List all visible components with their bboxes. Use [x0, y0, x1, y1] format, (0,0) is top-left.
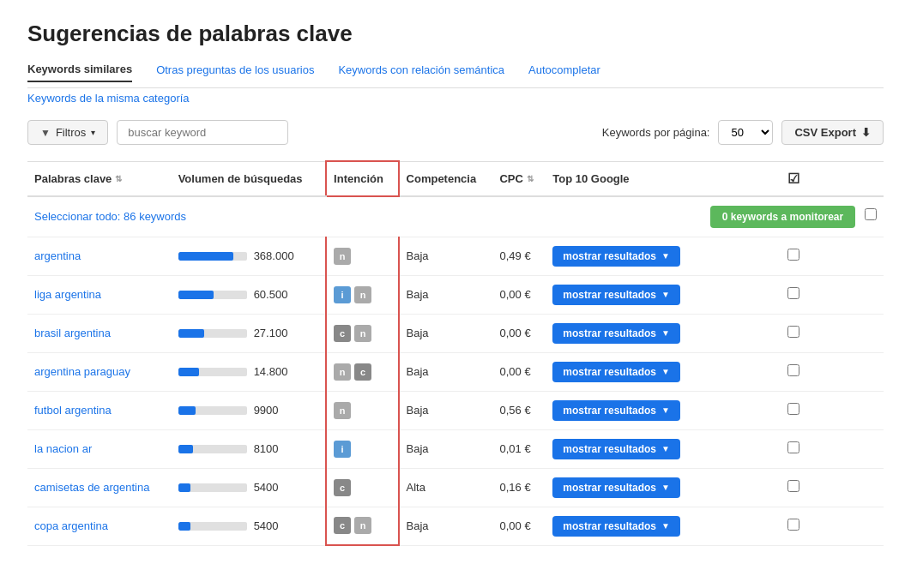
- tabs-row1: Keywords similares Otras preguntas de lo…: [27, 63, 884, 88]
- keyword-link[interactable]: futbol argentina: [34, 404, 112, 417]
- tab-semantica[interactable]: Keywords con relación semántica: [338, 63, 504, 81]
- row-checkbox[interactable]: [787, 519, 799, 531]
- chevron-down-icon: ▼: [661, 290, 670, 299]
- show-results-button[interactable]: mostrar resultados ▼: [552, 516, 680, 537]
- intention-cell: n: [326, 391, 398, 429]
- select-all-link[interactable]: Seleccionar todo: 86 keywords: [34, 210, 186, 223]
- row-checkbox[interactable]: [787, 287, 799, 299]
- top10-cell: mostrar resultados ▼: [546, 352, 703, 391]
- keyword-link[interactable]: argentina paraguay: [34, 365, 130, 378]
- keyword-link[interactable]: camisetas de argentina: [34, 481, 149, 494]
- show-results-button[interactable]: mostrar resultados ▼: [552, 285, 680, 305]
- intention-cell: nc: [326, 352, 398, 391]
- header-checkbox[interactable]: [865, 208, 877, 220]
- competition-cell: Baja: [399, 237, 493, 275]
- volume-number: 368.000: [254, 249, 294, 262]
- search-input[interactable]: [117, 120, 288, 145]
- tab-preguntas[interactable]: Otras preguntas de los usuarios: [156, 63, 314, 81]
- keyword-link[interactable]: liga argentina: [34, 288, 101, 301]
- volume-bar-fill: [178, 406, 196, 415]
- volume-bar-fill: [178, 368, 199, 376]
- cpc-cell: 0,00 €: [492, 507, 546, 545]
- monitor-button[interactable]: 0 keywords a monitorear: [710, 206, 855, 228]
- row-checkbox[interactable]: [787, 403, 799, 415]
- show-results-button[interactable]: mostrar resultados ▼: [552, 400, 680, 421]
- top10-cell: mostrar resultados ▼: [546, 468, 703, 507]
- badge-n: n: [334, 363, 351, 381]
- csv-label: CSV Export: [794, 126, 856, 139]
- top10-cell: mostrar resultados ▼: [546, 275, 703, 314]
- cpc-cell: 0,01 €: [492, 429, 546, 468]
- volume-cell: 368.000: [172, 237, 326, 275]
- table-row: argentina paraguay 14.800 nc Baja 0,00 €…: [27, 352, 884, 391]
- keyword-link[interactable]: copa argentina: [34, 519, 108, 532]
- show-results-button[interactable]: mostrar resultados ▼: [552, 477, 680, 498]
- select-all-cell: Seleccionar todo: 86 keywords: [27, 196, 703, 237]
- keyword-link[interactable]: la nacion ar: [34, 442, 92, 455]
- table-row: argentina 368.000 n Baja 0,49 € mostrar …: [27, 237, 884, 275]
- badge-n: n: [354, 517, 371, 534]
- row-checkbox-cell: [703, 391, 884, 429]
- volume-bar: [178, 483, 247, 492]
- row-checkbox[interactable]: [787, 326, 799, 338]
- volume-bar-fill: [178, 483, 190, 492]
- filter-button[interactable]: ▼ Filtros ▾: [27, 120, 108, 145]
- keyword-link[interactable]: brasil argentina: [34, 327, 111, 339]
- row-checkbox[interactable]: [787, 441, 799, 453]
- keyword-cell: futbol argentina: [27, 391, 172, 429]
- chevron-down-icon: ▼: [661, 521, 670, 531]
- col-header-check: ☑: [703, 161, 884, 196]
- filter-label: Filtros: [56, 126, 86, 139]
- show-results-button[interactable]: mostrar resultados ▼: [552, 362, 680, 382]
- col-header-volume: Volumen de búsquedas: [172, 161, 326, 196]
- volume-bar: [178, 252, 247, 261]
- keyword-link[interactable]: argentina: [34, 249, 81, 262]
- intention-cell: n: [326, 237, 398, 275]
- keyword-cell: copa argentina: [27, 507, 172, 545]
- per-page-select[interactable]: 50 25 100: [718, 120, 773, 145]
- csv-export-button[interactable]: CSV Export ⬇: [781, 120, 884, 145]
- show-results-button[interactable]: mostrar resultados ▼: [552, 246, 680, 267]
- volume-bar-fill: [178, 522, 190, 531]
- table-row: liga argentina 60.500 in Baja 0,00 € mos…: [27, 275, 884, 314]
- tab-categoria[interactable]: Keywords de la misma categoría: [27, 92, 190, 110]
- row-checkbox-cell: [703, 468, 884, 507]
- table-row: camisetas de argentina 5400 c Alta 0,16 …: [27, 468, 884, 507]
- keyword-cell: camisetas de argentina: [27, 468, 172, 507]
- intention-cell: i: [326, 429, 398, 468]
- volume-bar: [178, 445, 247, 453]
- volume-cell: 5400: [172, 468, 326, 507]
- monitor-btn-cell: 0 keywords a monitorear: [703, 196, 884, 237]
- volume-bar: [178, 329, 247, 338]
- volume-bar-fill: [178, 329, 204, 338]
- cpc-cell: 0,00 €: [492, 352, 546, 391]
- table-row: brasil argentina 27.100 cn Baja 0,00 € m…: [27, 314, 884, 352]
- competition-cell: Baja: [399, 429, 493, 468]
- badge-n: n: [334, 248, 351, 265]
- cpc-cell: 0,16 €: [492, 468, 546, 507]
- show-results-label: mostrar resultados: [563, 327, 656, 339]
- row-checkbox[interactable]: [787, 249, 799, 261]
- competition-cell: Baja: [399, 314, 493, 352]
- volume-cell: 27.100: [172, 314, 326, 352]
- volume-cell: 5400: [172, 507, 326, 545]
- keywords-table: Palabras clave ⇅ Volumen de búsquedas In…: [27, 160, 884, 546]
- volume-cell: 9900: [172, 391, 326, 429]
- competition-cell: Baja: [399, 275, 493, 314]
- checkbox-header-icon: ☑: [787, 171, 799, 186]
- show-results-button[interactable]: mostrar resultados ▼: [552, 323, 680, 344]
- row-checkbox[interactable]: [787, 364, 799, 376]
- badge-c: c: [354, 363, 371, 381]
- top10-cell: mostrar resultados ▼: [546, 507, 703, 545]
- show-results-label: mostrar resultados: [563, 250, 656, 262]
- badge-n: n: [334, 402, 351, 419]
- row-checkbox[interactable]: [787, 480, 799, 492]
- col-header-cpc: CPC ⇅: [492, 161, 546, 196]
- volume-number: 9900: [254, 404, 279, 417]
- sort-icon-cpc: ⇅: [527, 174, 534, 183]
- col-header-intention: Intención: [326, 161, 398, 196]
- tab-autocompletar[interactable]: Autocompletar: [528, 63, 600, 81]
- tab-similares[interactable]: Keywords similares: [27, 63, 132, 82]
- show-results-button[interactable]: mostrar resultados ▼: [552, 439, 680, 459]
- cpc-cell: 0,00 €: [492, 314, 546, 352]
